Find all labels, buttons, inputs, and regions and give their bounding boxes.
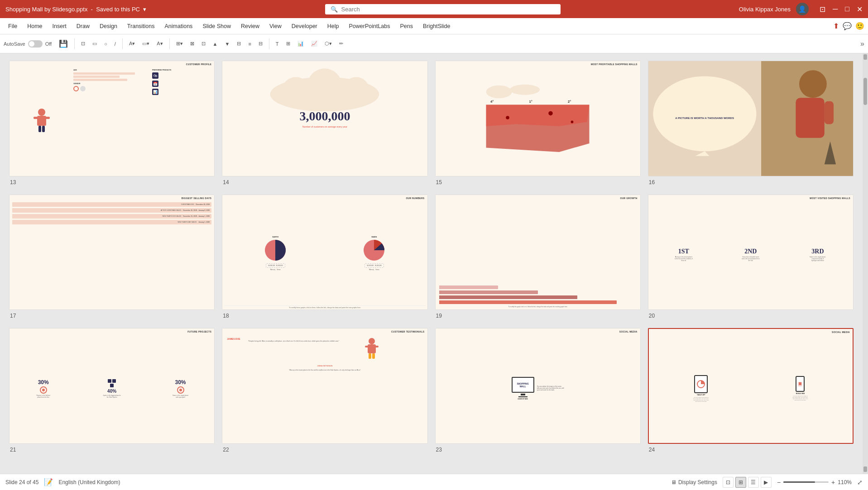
bring-forward-tool[interactable]: ▲ bbox=[210, 40, 221, 48]
normal-view-icon[interactable]: ⊡ bbox=[723, 477, 734, 488]
status-left: Slide 24 of 45 📝 English (United Kingdom… bbox=[5, 478, 120, 486]
outline-color-tool[interactable]: ▭▾ bbox=[139, 39, 152, 48]
tablet-chart-svg bbox=[696, 380, 705, 389]
slide-number-15: 15 bbox=[435, 179, 641, 186]
slide-thumb-21[interactable]: FUTURE PROJECTS 30% Neptune is the farth… bbox=[9, 328, 215, 444]
menu-view[interactable]: View bbox=[265, 21, 286, 31]
autosave-toggle-switch[interactable] bbox=[28, 40, 43, 48]
slide-thumb-18[interactable]: OUR NUMBERS EARTH 34,000,000 3 bbox=[222, 195, 427, 310]
align-right-tool[interactable]: ⊟ bbox=[256, 39, 265, 48]
group-tool[interactable]: ⊠ bbox=[187, 39, 197, 48]
menu-home[interactable]: Home bbox=[23, 21, 47, 31]
slide-item-14: 3,000,000 Number of customers on average… bbox=[222, 61, 427, 186]
fit-slide-icon[interactable]: ⤢ bbox=[857, 479, 863, 486]
more-shapes-tool[interactable]: ⬡▾ bbox=[322, 39, 335, 48]
search-box[interactable]: 🔍 bbox=[325, 4, 561, 14]
rectangle-tool[interactable]: ▭ bbox=[90, 39, 100, 48]
chart-tool[interactable]: 📊 bbox=[295, 39, 307, 48]
us-map-svg: 4° 1° 2° bbox=[446, 83, 630, 161]
slide-number-13: 13 bbox=[9, 179, 215, 186]
slide-number-24: 24 bbox=[648, 447, 854, 453]
customer-figure-svg bbox=[33, 108, 51, 135]
menu-slideshow[interactable]: Slide Show bbox=[198, 21, 235, 31]
svg-text:2°: 2° bbox=[568, 99, 571, 103]
slide-thumb-23[interactable]: SOCIAL MEDIA SHOPPINGMALL DESKTOP WEB bbox=[435, 328, 641, 444]
slide-thumb-16[interactable]: A PICTURE IS WORTH A THOUSAND WORDS bbox=[648, 61, 854, 176]
menu-help[interactable]: Help bbox=[323, 21, 344, 31]
svg-point-12 bbox=[506, 116, 509, 119]
presenter-view-icon[interactable]: ▶ bbox=[761, 477, 772, 488]
zoom-in-button[interactable]: + bbox=[831, 479, 835, 486]
menu-pens[interactable]: Pens bbox=[396, 21, 418, 31]
slide-thumb-24[interactable]: SOCIAL MEDIA TABLET APP bbox=[648, 328, 854, 444]
zoom-slider[interactable] bbox=[783, 481, 829, 483]
scrollbar[interactable] bbox=[863, 53, 868, 474]
slide-thumb-13[interactable]: CUSTOMER PROFILE bbox=[9, 61, 215, 176]
slide-thumb-15[interactable]: MOST PROFITABLE SHOPPING MALLS bbox=[435, 61, 641, 176]
slide-thumb-20[interactable]: MOST VISITED SHOPPING MALLS 1ST Mercury … bbox=[648, 195, 854, 310]
text-box-tool[interactable]: ⊡ bbox=[78, 39, 88, 48]
menu-right-icons: ⬆ 💬 🙂 bbox=[833, 22, 864, 30]
align-center-tool[interactable]: ≡ bbox=[245, 40, 254, 48]
scrollbar-thumb[interactable] bbox=[863, 78, 867, 105]
slide-number-16: 16 bbox=[648, 179, 854, 186]
menu-developer[interactable]: Developer bbox=[287, 21, 322, 31]
share-icon[interactable]: ⬆ bbox=[833, 22, 839, 30]
toolbar-overflow[interactable]: » bbox=[860, 40, 864, 48]
comments-icon[interactable]: 💬 bbox=[843, 22, 852, 30]
arrange-tool[interactable]: ⊞▾ bbox=[173, 39, 186, 48]
svg-point-18 bbox=[653, 76, 756, 151]
slide-item-13: CUSTOMER PROFILE bbox=[9, 61, 215, 186]
oval-tool[interactable]: ○ bbox=[101, 40, 110, 48]
social-description: You can replace the image on the screen … bbox=[537, 386, 564, 391]
text-tool[interactable]: T bbox=[273, 40, 282, 48]
expand-tool[interactable]: ⊞ bbox=[283, 39, 293, 48]
minimize-icon[interactable]: ─ bbox=[833, 5, 838, 14]
pie-earth-svg bbox=[264, 239, 287, 262]
autosave-toggle[interactable]: AutoSave Off bbox=[4, 40, 52, 48]
menu-animations[interactable]: Animations bbox=[160, 21, 197, 31]
menu-transitions[interactable]: Transitions bbox=[123, 21, 159, 31]
close-icon[interactable]: ✕ bbox=[857, 5, 863, 14]
restore-icon[interactable]: ⊡ bbox=[820, 5, 825, 14]
fill-color-tool[interactable]: A▾ bbox=[126, 39, 138, 48]
ungroup-tool[interactable]: ⊡ bbox=[199, 39, 208, 48]
reading-view-icon[interactable]: ☰ bbox=[748, 477, 759, 488]
font-color-tool[interactable]: A▾ bbox=[154, 39, 165, 48]
search-icon: 🔍 bbox=[331, 6, 338, 13]
maximize-icon[interactable]: □ bbox=[845, 5, 849, 14]
toolbar-separator-3 bbox=[169, 38, 170, 49]
svg-point-10 bbox=[486, 85, 512, 98]
send-backward-tool[interactable]: ▼ bbox=[222, 40, 232, 48]
svg-rect-35 bbox=[368, 344, 376, 353]
svg-rect-29 bbox=[108, 379, 111, 383]
pen-tool[interactable]: ✏ bbox=[336, 39, 346, 48]
search-input[interactable] bbox=[341, 6, 555, 13]
emoji-icon[interactable]: 🙂 bbox=[855, 22, 864, 30]
menu-insert[interactable]: Insert bbox=[48, 21, 71, 31]
menu-brightslide[interactable]: BrightSlide bbox=[418, 21, 455, 31]
person-silhouette-svg bbox=[761, 61, 854, 176]
slide-17-row-4: NEW YEAR'S DAY SALES January 1, 2020 bbox=[12, 220, 211, 224]
cloud-shape-svg bbox=[243, 66, 407, 111]
title-bar: Shopping Mall by Slidesgo.pptx - Saved t… bbox=[0, 0, 868, 18]
svg-point-33 bbox=[179, 389, 182, 391]
menu-review[interactable]: Review bbox=[236, 21, 264, 31]
zoom-out-button[interactable]: − bbox=[777, 479, 781, 486]
bar-chart-tool[interactable]: 📈 bbox=[308, 39, 320, 48]
slide-thumb-22[interactable]: CUSTOMER TESTIMONIALS JAMES DOE "Despite… bbox=[222, 328, 427, 444]
save-button[interactable]: 💾 bbox=[56, 38, 71, 49]
menu-file[interactable]: File bbox=[4, 21, 22, 31]
menu-draw[interactable]: Draw bbox=[72, 21, 94, 31]
slide-thumb-17[interactable]: BIGGEST SELLING DAYS CHRISTMAS EVE Decem… bbox=[9, 195, 215, 310]
display-settings[interactable]: 🖥 Display Settings bbox=[671, 479, 717, 485]
menu-design[interactable]: Design bbox=[95, 21, 122, 31]
align-left-tool[interactable]: ⊟ bbox=[234, 39, 244, 48]
slide-grid-area[interactable]: CUSTOMER PROFILE bbox=[0, 53, 863, 474]
notes-icon[interactable]: 📝 bbox=[44, 478, 53, 486]
slide-thumb-14[interactable]: 3,000,000 Number of customers on average… bbox=[222, 61, 427, 176]
slide-thumb-19[interactable]: OUR GROWTH bbox=[435, 195, 641, 310]
line-tool[interactable]: / bbox=[112, 40, 119, 48]
slide-sorter-icon[interactable]: ⊞ bbox=[735, 477, 746, 488]
menu-powerpointlabs[interactable]: PowerPointLabs bbox=[345, 21, 395, 31]
